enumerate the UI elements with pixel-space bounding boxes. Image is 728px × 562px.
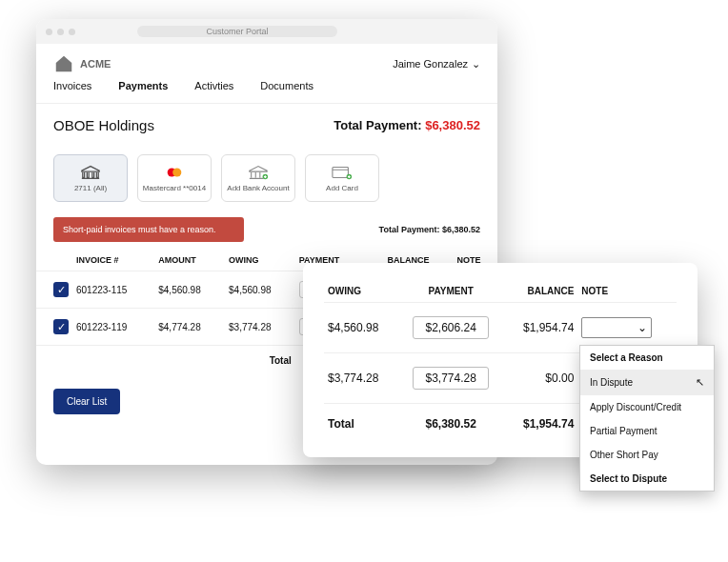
window-dot [69, 29, 75, 35]
payment-method-mastercard[interactable]: Mastercard **0014 [137, 154, 212, 202]
sub-total: Total Payment: $6,380.52 [379, 225, 480, 234]
cursor-icon: ↖ [696, 376, 704, 389]
total-payment-label: Total Payment: [334, 118, 421, 132]
title-row: OBOE Holdings Total Payment: $6,380.52 [36, 104, 497, 147]
tab-documents[interactable]: Documents [260, 80, 313, 95]
chevron-down-icon: ⌄ [472, 58, 480, 70]
bank-add-icon [248, 165, 269, 180]
col-amount: AMOUNT [154, 250, 225, 271]
invoice-num: 601223-119 [72, 309, 154, 346]
invoice-amount: $4,560.98 [154, 271, 225, 309]
invoice-owing: $3,774.28 [225, 309, 295, 346]
total-payment: Total Payment: $6,380.52 [334, 118, 480, 132]
invoice-num: 601223-115 [72, 271, 154, 309]
owing-cell: $3,774.28 [324, 353, 398, 404]
customer-name: OBOE Holdings [53, 117, 154, 133]
dropdown-footer: Select to Dispute [580, 467, 714, 491]
mastercard-icon [164, 165, 185, 180]
tab-payments[interactable]: Payments [118, 80, 168, 95]
alert-row: Short-paid invoices must have a reason. … [36, 217, 497, 244]
card-add-icon [332, 165, 353, 180]
svg-rect-3 [333, 167, 349, 177]
invoice-owing: $4,560.98 [225, 271, 295, 309]
col-invoice: INVOICE # [72, 250, 154, 271]
col-owing: OWING [324, 280, 398, 303]
payment-method-bank[interactable]: 2711 (All) [53, 154, 128, 202]
url-bar: Customer Portal [137, 26, 337, 37]
row-checkbox[interactable]: ✓ [53, 319, 69, 334]
dropdown-option-other-short-pay[interactable]: Other Short Pay [580, 443, 714, 467]
total-label: Total [324, 404, 398, 445]
user-name: Jaime Gonzalez [393, 58, 468, 70]
clear-list-button[interactable]: Clear List [53, 389, 120, 414]
col-note: NOTE [577, 280, 677, 303]
balance-cell: $0.00 [504, 353, 578, 404]
tab-invoices[interactable]: Invoices [53, 80, 91, 95]
table-header-row: OWING PAYMENT BALANCE NOTE [324, 280, 677, 303]
dropdown-option-in-dispute[interactable]: In Dispute ↖ [580, 370, 714, 395]
payment-method-label: Add Card [326, 184, 358, 192]
detail-overlay: OWING PAYMENT BALANCE NOTE $4,560.98 $2,… [303, 263, 698, 457]
col-owing: OWING [225, 250, 295, 271]
owing-cell: $4,560.98 [324, 303, 398, 353]
payment-method-label: Mastercard **0014 [143, 184, 206, 192]
payment-input[interactable]: $2,606.24 [413, 316, 489, 339]
alert-banner: Short-paid invoices must have a reason. [53, 217, 244, 242]
dropdown-header: Select a Reason [580, 346, 714, 370]
add-bank-account[interactable]: Add Bank Account [221, 154, 295, 202]
row-checkbox[interactable]: ✓ [53, 282, 69, 297]
window-dot [46, 29, 52, 35]
reason-dropdown: Select a Reason In Dispute ↖ Apply Disco… [579, 345, 715, 492]
invoice-amount: $4,774.28 [154, 309, 225, 346]
balance-cell: $1,954.74 [504, 303, 578, 353]
dropdown-option-label: In Dispute [590, 377, 633, 388]
bank-icon [80, 165, 101, 180]
nav-tabs: Invoices Payments Activties Documents [36, 80, 497, 104]
total-payment: $6,380.52 [398, 404, 504, 445]
dropdown-option-apply-discount[interactable]: Apply Discount/Credit [580, 395, 714, 419]
total-label: Total [225, 346, 295, 376]
payment-methods: 2711 (All) Mastercard **0014 Add Bank Ac… [36, 147, 497, 217]
chevron-down-icon: ⌄ [637, 321, 647, 334]
add-card[interactable]: Add Card [305, 154, 379, 202]
brand-logo: ACME [53, 53, 111, 74]
user-menu[interactable]: Jaime Gonzalez ⌄ [393, 58, 480, 70]
brand-name: ACME [80, 58, 111, 70]
window-dot [57, 29, 64, 35]
note-select[interactable]: ⌄ [581, 317, 652, 338]
tab-activities[interactable]: Activties [194, 80, 233, 95]
payment-method-label: 2711 (All) [74, 184, 107, 192]
browser-chrome: Customer Portal [36, 19, 497, 44]
col-balance: BALANCE [504, 280, 578, 303]
total-balance: $1,954.74 [504, 404, 578, 445]
header: ACME Jaime Gonzalez ⌄ [36, 44, 497, 80]
total-payment-amount: $6,380.52 [425, 118, 480, 132]
home-icon [53, 53, 74, 74]
col-payment: PAYMENT [398, 280, 504, 303]
payment-method-label: Add Bank Account [227, 184, 289, 192]
dropdown-option-partial-payment[interactable]: Partial Payment [580, 419, 714, 443]
svg-point-1 [172, 168, 181, 176]
payment-input[interactable]: $3,774.28 [413, 367, 489, 390]
